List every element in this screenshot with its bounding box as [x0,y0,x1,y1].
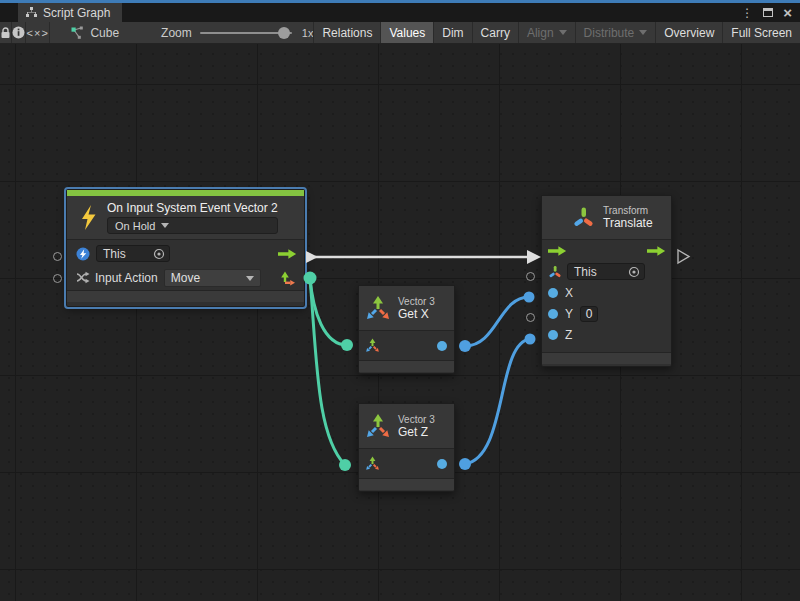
translate-y-input-port[interactable] [526,313,535,322]
translate-node-body: This X Y 0 Z [542,239,671,352]
node-title: On Input System Event Vector 2 [107,201,278,215]
z-input-port[interactable] [548,330,558,340]
maximize-icon[interactable] [763,8,773,17]
node-type-label: Transform [603,205,653,216]
node-type-label: Vector 3 [398,414,435,425]
vector3-input-port[interactable] [365,456,380,471]
event-this-field[interactable]: This [96,245,170,262]
node-title: Translate [603,216,653,230]
event-node-body: This Input Action Move [67,239,304,290]
vector3-input-port[interactable] [365,338,380,353]
teal-wire-endpoints [304,272,354,472]
flow-input-port[interactable] [548,245,567,257]
tab-bar: Script Graph ⋮ × [0,3,800,22]
window-controls: ⋮ × [741,3,800,22]
graph-asset-label: Cube [90,26,119,40]
script-graph-icon [26,7,37,18]
lightning-bolt-icon [80,205,97,230]
transform-icon [572,206,595,229]
event-action-input-port[interactable] [53,274,62,283]
translate-this-input-port[interactable] [526,272,535,281]
wire-flow-event-to-translate [306,250,541,264]
full-screen-button[interactable]: Full Screen [723,22,800,43]
target-icon[interactable] [628,266,640,278]
translate-node-footer [542,352,671,364]
zoom-value: 1x [302,27,314,39]
port-label-x: X [565,286,573,300]
event-this-row: This [67,240,304,264]
flow-output-port[interactable] [647,245,666,257]
graph-canvas[interactable]: On Input System Event Vector 2 On Hold T… [0,44,800,601]
node-on-input-system-event[interactable]: On Input System Event Vector 2 On Hold T… [66,189,305,307]
blue-wire-endpoints [459,292,536,471]
input-action-icon [75,271,90,285]
node-vector3-get-z[interactable]: Vector 3 Get Z [358,403,455,492]
menu-icon[interactable]: ⋮ [741,7,753,19]
target-icon[interactable] [153,248,165,260]
wire-vector2-to-getx [310,278,347,345]
input-action-dropdown[interactable]: Move [164,269,261,287]
dim-button[interactable]: Dim [434,22,472,43]
translate-z-row: Z [542,324,671,345]
node-transform-translate[interactable]: Transform Translate [541,195,672,367]
node-title: Get Z [398,425,435,439]
getz-node-header[interactable]: Vector 3 Get Z [359,404,454,448]
tab-label: Script Graph [43,6,110,20]
code-preview-button[interactable]: <×> [26,22,50,43]
zoom-slider-handle[interactable] [278,27,290,39]
x-output-port[interactable] [437,341,447,351]
align-button[interactable]: Align [519,22,576,43]
graph-toolbar: <×> Cube Zoom 1x Relations Values Dim Ca… [0,22,800,44]
transform-mini-icon [548,265,562,279]
node-vector3-get-x[interactable]: Vector 3 Get X [358,285,455,374]
getx-node-body [359,330,454,360]
graph-asset-icon [70,26,84,40]
flow-continuation-icon[interactable] [676,248,692,269]
close-icon[interactable]: × [783,5,792,20]
carry-button[interactable]: Carry [473,22,519,43]
translate-y-row: Y 0 [542,303,671,324]
event-mode-dropdown[interactable]: On Hold [107,217,278,234]
zoom-slider[interactable] [200,32,292,34]
relations-button[interactable]: Relations [314,22,381,43]
vector3-icon [365,413,391,439]
event-node-header[interactable]: On Input System Event Vector 2 On Hold [67,196,304,239]
translate-this-field[interactable]: This [567,263,645,280]
lock-icon [0,27,11,39]
y-value-field[interactable]: 0 [580,306,598,322]
translate-x-row: X [542,282,671,303]
wire-vector2-to-getz [310,278,345,465]
info-button[interactable] [12,22,26,43]
script-graph-window: Script Graph ⋮ × <×> Cube Zoom [0,0,800,601]
getx-node-titles: Vector 3 Get X [398,296,435,321]
event-this-input-port[interactable] [53,252,62,261]
flow-output-port[interactable] [278,248,297,260]
zoom-control: Zoom 1x [133,26,313,40]
wire-getz-to-translate-z [465,339,530,464]
distribute-button[interactable]: Distribute [576,22,657,43]
getx-node-header[interactable]: Vector 3 Get X [359,286,454,330]
tab-script-graph[interactable]: Script Graph [18,3,122,22]
vector2-output-port[interactable] [280,270,296,286]
chevron-down-icon [639,30,647,35]
values-button[interactable]: Values [381,22,434,43]
overview-button[interactable]: Overview [656,22,723,43]
graph-asset[interactable]: Cube [50,22,133,43]
zoom-label: Zoom [161,26,192,40]
node-type-label: Vector 3 [398,296,435,307]
event-node-footer [67,290,304,302]
translate-node-header[interactable]: Transform Translate [542,196,671,239]
chevron-down-icon [161,223,169,228]
lock-button[interactable] [0,22,12,43]
z-output-port[interactable] [437,459,447,469]
getx-node-footer [359,360,454,372]
input-action-label: Input Action [95,271,158,285]
y-input-port[interactable] [548,309,558,319]
getz-node-footer [359,478,454,490]
node-title: Get X [398,307,435,321]
info-icon [12,26,25,39]
chevron-down-icon [246,276,254,281]
getz-node-body [359,448,454,478]
getz-node-titles: Vector 3 Get Z [398,414,435,439]
x-input-port[interactable] [548,288,558,298]
